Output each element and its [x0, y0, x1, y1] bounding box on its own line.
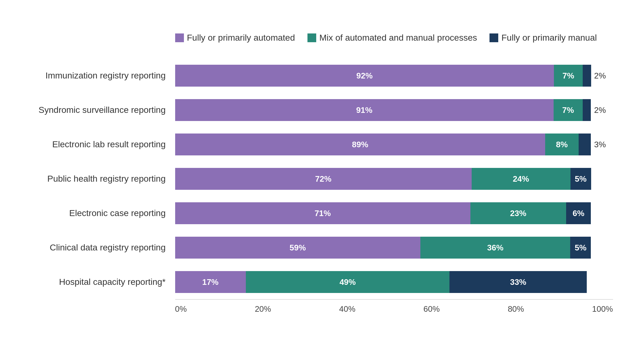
segment-1: 7% [554, 99, 583, 121]
chart-container: Fully or primarily automated Mix of auto… [13, 20, 632, 333]
bar-inner: 71%23%6% [175, 202, 591, 224]
bar-inner: 72%24%5% [175, 168, 591, 190]
bar-label: Hospital capacity reporting* [31, 276, 175, 288]
bar-track: 71%23%6% [175, 202, 591, 224]
bars-wrapper: 92%7% [175, 65, 591, 87]
bars-wrapper: 71%23%6% [175, 202, 591, 224]
legend-item-mix: Mix of automated and manual processes [307, 33, 477, 43]
bars-wrapper: 72%24%5% [175, 168, 591, 190]
segment-0: 71% [175, 202, 470, 224]
bar-label: Electronic lab result reporting [31, 139, 175, 150]
segment-2: 6% [566, 202, 591, 224]
segment-0: 17% [175, 271, 246, 293]
bar-label: Electronic case reporting [31, 208, 175, 219]
segment-1: 8% [545, 134, 578, 155]
bar-track: 89%8% [175, 134, 591, 155]
segment-1: 49% [246, 271, 450, 293]
bar-row: Syndromic surveillance reporting91%7%2% [31, 93, 613, 127]
bar-suffix: 3% [594, 140, 613, 149]
x-tick: 0% [175, 304, 187, 314]
bar-inner: 89%8% [175, 134, 591, 155]
x-tick: 20% [255, 304, 271, 314]
segment-2 [583, 99, 591, 121]
bar-label: Clinical data registry reporting [31, 242, 175, 253]
segment-1: 23% [470, 202, 566, 224]
legend-label-mix: Mix of automated and manual processes [319, 33, 477, 43]
bar-row: Clinical data registry reporting59%36%5% [31, 230, 613, 265]
bar-row: Electronic lab result reporting89%8%3% [31, 127, 613, 162]
x-tick: 100% [592, 304, 613, 314]
bar-label: Public health registry reporting [31, 173, 175, 184]
bar-inner: 59%36%5% [175, 237, 591, 259]
segment-2: 33% [449, 271, 587, 293]
segment-0: 92% [175, 65, 554, 87]
bar-row: Electronic case reporting71%23%6% [31, 196, 613, 230]
segment-1: 24% [472, 168, 570, 190]
x-tick: 80% [508, 304, 524, 314]
bars-wrapper: 91%7% [175, 99, 591, 121]
bar-row: Hospital capacity reporting*17%49%33% [31, 265, 613, 299]
segment-0: 72% [175, 168, 472, 190]
bar-inner: 17%49%33% [175, 271, 591, 293]
chart-area: Immunization registry reporting92%7%2%Sy… [31, 58, 613, 299]
segment-0: 91% [175, 99, 554, 121]
bar-track: 59%36%5% [175, 237, 591, 259]
x-axis: 0%20%40%60%80%100% [175, 299, 613, 314]
bar-track: 17%49%33% [175, 271, 591, 293]
bar-track: 91%7% [175, 99, 591, 121]
bars-wrapper: 89%8% [175, 134, 591, 155]
legend-swatch-manual [489, 33, 498, 42]
legend-swatch-auto [175, 33, 184, 42]
legend-swatch-mix [307, 33, 316, 42]
bars-wrapper: 59%36%5% [175, 237, 591, 259]
segment-0: 89% [175, 134, 545, 155]
segment-1: 36% [420, 237, 570, 259]
x-tick: 40% [339, 304, 355, 314]
bar-label: Syndromic surveillance reporting [31, 104, 175, 116]
segment-1: 7% [554, 65, 583, 87]
legend-label-manual: Fully or primarily manual [501, 33, 597, 43]
bar-inner: 92%7% [175, 65, 591, 87]
bar-suffix: 2% [594, 71, 613, 81]
legend-label-auto: Fully or primarily automated [187, 33, 295, 43]
legend-item-manual: Fully or primarily manual [489, 33, 597, 43]
bar-suffix: 2% [594, 105, 613, 115]
segment-2: 5% [570, 237, 591, 259]
legend-item-auto: Fully or primarily automated [175, 33, 295, 43]
segment-2: 5% [570, 168, 591, 190]
legend: Fully or primarily automated Mix of auto… [31, 33, 613, 43]
bar-inner: 91%7% [175, 99, 591, 121]
bar-track: 72%24%5% [175, 168, 591, 190]
x-tick: 60% [423, 304, 440, 314]
bar-row: Immunization registry reporting92%7%2% [31, 58, 613, 93]
segment-0: 59% [175, 237, 421, 259]
segment-2 [579, 134, 591, 155]
segment-2 [583, 65, 591, 87]
bar-track: 92%7% [175, 65, 591, 87]
bar-row: Public health registry reporting72%24%5% [31, 162, 613, 196]
bar-label: Immunization registry reporting [31, 70, 175, 81]
bars-wrapper: 17%49%33% [175, 271, 591, 293]
